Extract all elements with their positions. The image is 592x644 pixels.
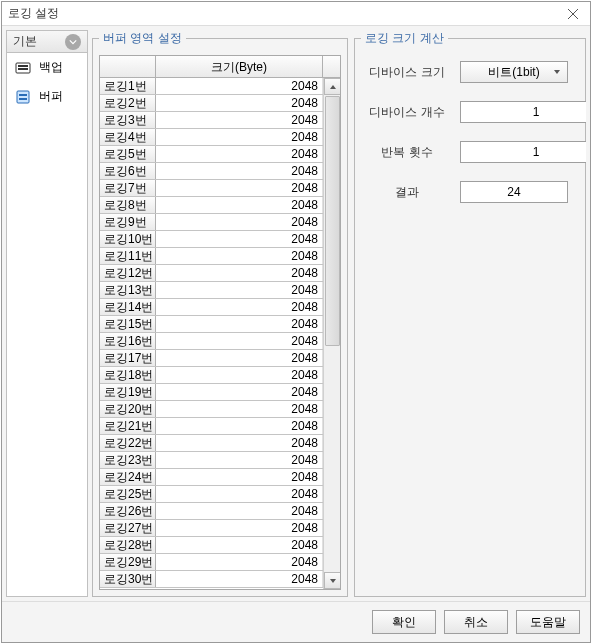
size-cell[interactable]: 2048 — [156, 333, 323, 349]
row-header[interactable]: 로깅24번 — [100, 469, 156, 485]
table-corner[interactable] — [100, 56, 156, 77]
row-header[interactable]: 로깅12번 — [100, 265, 156, 281]
table-row: 로깅25번2048 — [100, 486, 323, 503]
row-header[interactable]: 로깅30번 — [100, 571, 156, 587]
row-header[interactable]: 로깅28번 — [100, 537, 156, 553]
table-row: 로깅27번2048 — [100, 520, 323, 537]
row-header[interactable]: 로깅11번 — [100, 248, 156, 264]
row-header[interactable]: 로깅19번 — [100, 384, 156, 400]
col-size-header[interactable]: 크기(Byte) — [156, 56, 323, 77]
table-row: 로깅17번2048 — [100, 350, 323, 367]
table-row: 로깅9번2048 — [100, 214, 323, 231]
device-count-spinner — [460, 101, 568, 123]
size-cell[interactable]: 2048 — [156, 435, 323, 451]
table-row: 로깅26번2048 — [100, 503, 323, 520]
row-header[interactable]: 로깅27번 — [100, 520, 156, 536]
scroll-up-button[interactable] — [324, 78, 340, 95]
row-header[interactable]: 로깅15번 — [100, 316, 156, 332]
row-header[interactable]: 로깅4번 — [100, 129, 156, 145]
size-cell[interactable]: 2048 — [156, 146, 323, 162]
device-size-combo[interactable]: 비트(1bit) — [460, 61, 568, 83]
size-cell[interactable]: 2048 — [156, 248, 323, 264]
size-cell[interactable]: 2048 — [156, 401, 323, 417]
size-cell[interactable]: 2048 — [156, 316, 323, 332]
main-area: 버퍼 영역 설정 크기(Byte) 로깅1번2048로깅2번2048로깅3번20… — [92, 30, 586, 597]
row-header[interactable]: 로깅29번 — [100, 554, 156, 570]
result-label: 결과 — [363, 184, 451, 201]
size-cell[interactable]: 2048 — [156, 197, 323, 213]
row-header[interactable]: 로깅20번 — [100, 401, 156, 417]
size-cell[interactable]: 2048 — [156, 299, 323, 315]
sidebar-collapse-button[interactable] — [65, 34, 81, 50]
size-cell[interactable]: 2048 — [156, 469, 323, 485]
sidebar-item-backup[interactable]: 백업 — [7, 53, 87, 82]
size-cell[interactable]: 2048 — [156, 180, 323, 196]
size-cell[interactable]: 2048 — [156, 452, 323, 468]
row-header[interactable]: 로깅1번 — [100, 78, 156, 94]
size-cell[interactable]: 2048 — [156, 231, 323, 247]
help-button[interactable]: 도움말 — [516, 610, 580, 634]
cancel-button[interactable]: 취소 — [444, 610, 508, 634]
size-cell[interactable]: 2048 — [156, 129, 323, 145]
table-row: 로깅5번2048 — [100, 146, 323, 163]
repeat-count-label: 반복 횟수 — [363, 144, 451, 161]
size-cell[interactable]: 2048 — [156, 486, 323, 502]
size-cell[interactable]: 2048 — [156, 537, 323, 553]
row-header[interactable]: 로깅8번 — [100, 197, 156, 213]
size-cell[interactable]: 2048 — [156, 265, 323, 281]
ok-button[interactable]: 확인 — [372, 610, 436, 634]
row-header[interactable]: 로깅17번 — [100, 350, 156, 366]
row-header[interactable]: 로깅18번 — [100, 367, 156, 383]
device-size-value: 비트(1bit) — [488, 64, 539, 81]
table-row: 로깅20번2048 — [100, 401, 323, 418]
row-header[interactable]: 로깅14번 — [100, 299, 156, 315]
sidebar-item-label: 버퍼 — [39, 88, 63, 105]
size-cell[interactable]: 2048 — [156, 214, 323, 230]
size-cell[interactable]: 2048 — [156, 78, 323, 94]
table-row: 로깅10번2048 — [100, 231, 323, 248]
size-cell[interactable]: 2048 — [156, 503, 323, 519]
size-cell[interactable]: 2048 — [156, 95, 323, 111]
size-cell[interactable]: 2048 — [156, 554, 323, 570]
size-cell[interactable]: 2048 — [156, 163, 323, 179]
buffer-area-legend: 버퍼 영역 설정 — [99, 30, 186, 47]
size-cell[interactable]: 2048 — [156, 384, 323, 400]
row-header[interactable]: 로깅23번 — [100, 452, 156, 468]
row-header[interactable]: 로깅21번 — [100, 418, 156, 434]
close-button[interactable] — [562, 5, 584, 23]
row-header[interactable]: 로깅2번 — [100, 95, 156, 111]
sidebar-item-buffer[interactable]: 버퍼 — [7, 82, 87, 111]
row-header[interactable]: 로깅13번 — [100, 282, 156, 298]
sidebar-header[interactable]: 기본 — [7, 31, 87, 53]
size-cell[interactable]: 2048 — [156, 571, 323, 587]
table-row: 로깅23번2048 — [100, 452, 323, 469]
row-header[interactable]: 로깅16번 — [100, 333, 156, 349]
vertical-scrollbar[interactable] — [323, 78, 340, 589]
size-cell[interactable]: 2048 — [156, 418, 323, 434]
scroll-thumb[interactable] — [325, 96, 340, 346]
device-size-row: 디바이스 크기 비트(1bit) — [363, 61, 577, 83]
row-header[interactable]: 로깅3번 — [100, 112, 156, 128]
row-header[interactable]: 로깅25번 — [100, 486, 156, 502]
row-header[interactable]: 로깅9번 — [100, 214, 156, 230]
row-header[interactable]: 로깅6번 — [100, 163, 156, 179]
content-area: 기본 백업 버퍼 버퍼 영역 설정 — [2, 26, 590, 601]
table-row: 로깅14번2048 — [100, 299, 323, 316]
size-cell[interactable]: 2048 — [156, 367, 323, 383]
svg-rect-2 — [18, 68, 28, 70]
device-count-label: 디바이스 개수 — [363, 104, 451, 121]
row-header[interactable]: 로깅7번 — [100, 180, 156, 196]
chevron-down-icon — [553, 68, 561, 76]
repeat-count-input[interactable] — [460, 141, 586, 163]
size-cell[interactable]: 2048 — [156, 520, 323, 536]
size-cell[interactable]: 2048 — [156, 112, 323, 128]
row-header[interactable]: 로깅5번 — [100, 146, 156, 162]
row-header[interactable]: 로깅22번 — [100, 435, 156, 451]
row-header[interactable]: 로깅10번 — [100, 231, 156, 247]
table-row: 로깅30번2048 — [100, 571, 323, 588]
size-cell[interactable]: 2048 — [156, 282, 323, 298]
device-count-input[interactable] — [460, 101, 586, 123]
row-header[interactable]: 로깅26번 — [100, 503, 156, 519]
size-cell[interactable]: 2048 — [156, 350, 323, 366]
scroll-down-button[interactable] — [324, 572, 340, 589]
